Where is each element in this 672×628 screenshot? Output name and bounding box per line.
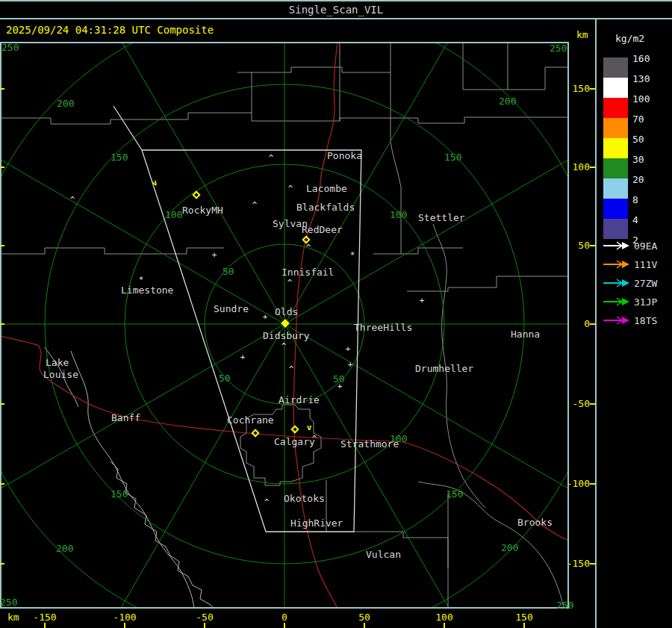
right-axis-label: -50 — [566, 398, 590, 409]
scale-color-160 — [603, 57, 628, 78]
radar-arrow-icon — [602, 297, 635, 306]
scale-label: 30 — [632, 154, 644, 165]
left-tick-mark — [0, 323, 4, 325]
scan-timestamp: 2025/09/24 04:31:28 UTC Composite — [6, 24, 214, 36]
right-tick-mark — [590, 323, 595, 325]
right-axis-label: 150 — [566, 83, 590, 94]
radar-arrow-icon — [602, 279, 635, 287]
right-axis-label: 0 — [566, 318, 590, 329]
radar-arrow-icon — [602, 241, 635, 250]
right-axis-unit: km — [576, 29, 588, 40]
bottom-axis-label: -50 — [196, 612, 213, 623]
terrain-boundaries — [45, 347, 214, 607]
right-tick-mark — [590, 403, 595, 405]
radar-id-label: 111V — [634, 259, 657, 270]
radar-app-window: { "header": { "title": "Single_Scan_VIL"… — [0, 0, 672, 628]
left-tick-mark — [0, 403, 4, 405]
title-bar: Single_Scan_VIL — [0, 0, 672, 19]
bottom-tick-mark — [523, 623, 525, 628]
radar-arrow-icon — [602, 260, 635, 269]
scale-label: 20 — [632, 174, 644, 185]
radial-lines — [1, 43, 567, 607]
radar-id-label: 09EA — [634, 240, 657, 252]
right-tick-mark — [590, 563, 595, 565]
left-tick-mark — [0, 483, 4, 485]
bottom-axis-unit: km — [7, 612, 19, 623]
left-tick-mark — [0, 245, 4, 246]
radar-id-label: 27ZW — [634, 278, 657, 289]
window-title: Single_Scan_VIL — [0, 1, 672, 18]
bottom-axis-label: -100 — [113, 612, 136, 623]
bottom-axis-label: 0 — [281, 612, 287, 623]
bottom-axis-label: -150 — [33, 612, 56, 623]
scale-color-130 — [603, 78, 628, 98]
right-tick-mark — [590, 167, 595, 168]
bottom-tick-mark — [444, 623, 445, 628]
right-tick-mark — [590, 88, 595, 90]
scale-label: 130 — [632, 73, 650, 84]
scale-color-4 — [603, 219, 628, 239]
radar-id-label: 31JP — [634, 296, 657, 308]
right-axis-label: -100 — [566, 478, 590, 489]
bottom-tick-mark — [204, 623, 205, 628]
left-tick-mark — [0, 167, 4, 168]
scale-label: 100 — [632, 93, 650, 105]
bottom-axis-label: 50 — [358, 612, 370, 623]
legend-divider — [595, 19, 597, 628]
scale-color-70 — [603, 118, 628, 138]
right-tick-mark — [590, 245, 595, 246]
bottom-tick-mark — [44, 623, 46, 628]
radar-id-label: 18TS — [634, 315, 657, 326]
radar-map-canvas[interactable] — [0, 42, 569, 609]
right-tick-mark — [590, 483, 595, 485]
scale-label: 70 — [632, 114, 644, 125]
scale-label: 50 — [632, 134, 644, 145]
bottom-tick-mark — [124, 623, 125, 628]
scale-color-30 — [603, 158, 628, 178]
left-tick-mark — [0, 88, 4, 90]
scale-label: 160 — [632, 53, 650, 64]
bottom-axis-label: 100 — [435, 612, 452, 623]
left-tick-mark — [0, 563, 4, 565]
bottom-axis-label: 150 — [515, 612, 532, 623]
right-axis-label: 50 — [566, 240, 590, 251]
bottom-tick-mark — [364, 623, 365, 628]
radar-arrow-icon — [602, 316, 635, 325]
scale-label: 8 — [632, 194, 638, 205]
scale-color-100 — [603, 98, 628, 118]
right-axis-label: -150 — [566, 558, 590, 569]
scale-label: 4 — [632, 214, 638, 226]
scale-unit-label: kg/m2 — [615, 33, 644, 44]
scale-color-50 — [603, 138, 628, 158]
map-graphics — [1, 43, 567, 607]
bottom-tick-mark — [284, 623, 285, 628]
scale-color-20 — [603, 178, 628, 199]
right-axis-label: 100 — [566, 161, 590, 172]
scale-color-8 — [603, 199, 628, 219]
coverage-polygon — [113, 106, 361, 532]
